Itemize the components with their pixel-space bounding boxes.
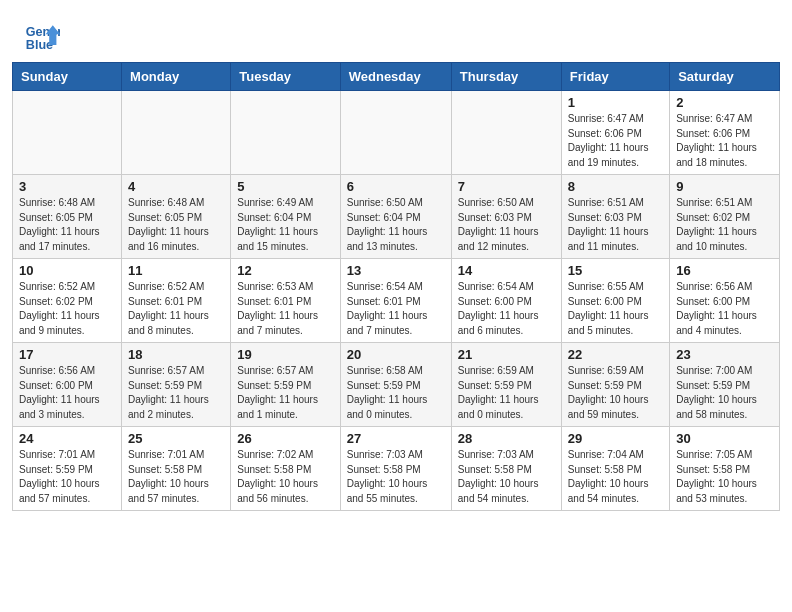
calendar-cell: 25Sunrise: 7:01 AM Sunset: 5:58 PM Dayli… xyxy=(122,427,231,511)
calendar-week-5: 24Sunrise: 7:01 AM Sunset: 5:59 PM Dayli… xyxy=(13,427,780,511)
day-info: Sunrise: 6:55 AM Sunset: 6:00 PM Dayligh… xyxy=(568,280,663,338)
calendar-table: SundayMondayTuesdayWednesdayThursdayFrid… xyxy=(12,62,780,511)
calendar-cell: 22Sunrise: 6:59 AM Sunset: 5:59 PM Dayli… xyxy=(561,343,669,427)
day-number: 22 xyxy=(568,347,663,362)
day-info: Sunrise: 6:56 AM Sunset: 6:00 PM Dayligh… xyxy=(19,364,115,422)
day-number: 16 xyxy=(676,263,773,278)
day-number: 21 xyxy=(458,347,555,362)
day-info: Sunrise: 6:50 AM Sunset: 6:04 PM Dayligh… xyxy=(347,196,445,254)
calendar-cell: 5Sunrise: 6:49 AM Sunset: 6:04 PM Daylig… xyxy=(231,175,340,259)
day-number: 10 xyxy=(19,263,115,278)
svg-text:Blue: Blue xyxy=(26,38,53,52)
day-number: 12 xyxy=(237,263,333,278)
day-number: 24 xyxy=(19,431,115,446)
calendar-week-2: 3Sunrise: 6:48 AM Sunset: 6:05 PM Daylig… xyxy=(13,175,780,259)
day-info: Sunrise: 7:03 AM Sunset: 5:58 PM Dayligh… xyxy=(458,448,555,506)
day-number: 4 xyxy=(128,179,224,194)
day-number: 9 xyxy=(676,179,773,194)
calendar-header-row: SundayMondayTuesdayWednesdayThursdayFrid… xyxy=(13,63,780,91)
day-info: Sunrise: 6:48 AM Sunset: 6:05 PM Dayligh… xyxy=(19,196,115,254)
calendar-cell xyxy=(122,91,231,175)
day-number: 5 xyxy=(237,179,333,194)
header: General Blue xyxy=(0,0,792,62)
day-info: Sunrise: 6:47 AM Sunset: 6:06 PM Dayligh… xyxy=(568,112,663,170)
calendar-cell: 11Sunrise: 6:52 AM Sunset: 6:01 PM Dayli… xyxy=(122,259,231,343)
calendar-cell: 10Sunrise: 6:52 AM Sunset: 6:02 PM Dayli… xyxy=(13,259,122,343)
calendar-cell: 16Sunrise: 6:56 AM Sunset: 6:00 PM Dayli… xyxy=(670,259,780,343)
calendar-cell: 30Sunrise: 7:05 AM Sunset: 5:58 PM Dayli… xyxy=(670,427,780,511)
day-info: Sunrise: 6:50 AM Sunset: 6:03 PM Dayligh… xyxy=(458,196,555,254)
calendar-cell: 19Sunrise: 6:57 AM Sunset: 5:59 PM Dayli… xyxy=(231,343,340,427)
day-number: 17 xyxy=(19,347,115,362)
logo-icon: General Blue xyxy=(24,18,60,54)
day-number: 14 xyxy=(458,263,555,278)
calendar-cell: 2Sunrise: 6:47 AM Sunset: 6:06 PM Daylig… xyxy=(670,91,780,175)
day-number: 28 xyxy=(458,431,555,446)
calendar-cell: 28Sunrise: 7:03 AM Sunset: 5:58 PM Dayli… xyxy=(451,427,561,511)
calendar-cell xyxy=(340,91,451,175)
day-number: 13 xyxy=(347,263,445,278)
calendar-cell: 29Sunrise: 7:04 AM Sunset: 5:58 PM Dayli… xyxy=(561,427,669,511)
calendar-cell: 18Sunrise: 6:57 AM Sunset: 5:59 PM Dayli… xyxy=(122,343,231,427)
calendar-week-3: 10Sunrise: 6:52 AM Sunset: 6:02 PM Dayli… xyxy=(13,259,780,343)
day-info: Sunrise: 6:48 AM Sunset: 6:05 PM Dayligh… xyxy=(128,196,224,254)
calendar-cell: 4Sunrise: 6:48 AM Sunset: 6:05 PM Daylig… xyxy=(122,175,231,259)
day-info: Sunrise: 6:57 AM Sunset: 5:59 PM Dayligh… xyxy=(237,364,333,422)
day-info: Sunrise: 7:02 AM Sunset: 5:58 PM Dayligh… xyxy=(237,448,333,506)
day-number: 29 xyxy=(568,431,663,446)
day-number: 30 xyxy=(676,431,773,446)
calendar-cell: 13Sunrise: 6:54 AM Sunset: 6:01 PM Dayli… xyxy=(340,259,451,343)
day-info: Sunrise: 6:54 AM Sunset: 6:01 PM Dayligh… xyxy=(347,280,445,338)
weekday-header-monday: Monday xyxy=(122,63,231,91)
day-number: 26 xyxy=(237,431,333,446)
day-info: Sunrise: 7:01 AM Sunset: 5:59 PM Dayligh… xyxy=(19,448,115,506)
calendar-cell: 20Sunrise: 6:58 AM Sunset: 5:59 PM Dayli… xyxy=(340,343,451,427)
day-info: Sunrise: 6:54 AM Sunset: 6:00 PM Dayligh… xyxy=(458,280,555,338)
day-info: Sunrise: 6:51 AM Sunset: 6:03 PM Dayligh… xyxy=(568,196,663,254)
day-info: Sunrise: 6:57 AM Sunset: 5:59 PM Dayligh… xyxy=(128,364,224,422)
day-info: Sunrise: 7:04 AM Sunset: 5:58 PM Dayligh… xyxy=(568,448,663,506)
day-number: 11 xyxy=(128,263,224,278)
day-info: Sunrise: 6:53 AM Sunset: 6:01 PM Dayligh… xyxy=(237,280,333,338)
day-info: Sunrise: 6:49 AM Sunset: 6:04 PM Dayligh… xyxy=(237,196,333,254)
day-info: Sunrise: 6:58 AM Sunset: 5:59 PM Dayligh… xyxy=(347,364,445,422)
day-number: 3 xyxy=(19,179,115,194)
day-number: 1 xyxy=(568,95,663,110)
calendar-wrapper: SundayMondayTuesdayWednesdayThursdayFrid… xyxy=(0,62,792,523)
logo: General Blue xyxy=(24,18,66,54)
day-info: Sunrise: 6:59 AM Sunset: 5:59 PM Dayligh… xyxy=(458,364,555,422)
day-number: 2 xyxy=(676,95,773,110)
day-info: Sunrise: 6:59 AM Sunset: 5:59 PM Dayligh… xyxy=(568,364,663,422)
calendar-cell xyxy=(13,91,122,175)
weekday-header-wednesday: Wednesday xyxy=(340,63,451,91)
calendar-cell: 1Sunrise: 6:47 AM Sunset: 6:06 PM Daylig… xyxy=(561,91,669,175)
calendar-cell xyxy=(451,91,561,175)
calendar-cell: 21Sunrise: 6:59 AM Sunset: 5:59 PM Dayli… xyxy=(451,343,561,427)
day-number: 25 xyxy=(128,431,224,446)
day-info: Sunrise: 6:56 AM Sunset: 6:00 PM Dayligh… xyxy=(676,280,773,338)
calendar-cell: 14Sunrise: 6:54 AM Sunset: 6:00 PM Dayli… xyxy=(451,259,561,343)
day-info: Sunrise: 7:00 AM Sunset: 5:59 PM Dayligh… xyxy=(676,364,773,422)
weekday-header-tuesday: Tuesday xyxy=(231,63,340,91)
weekday-header-sunday: Sunday xyxy=(13,63,122,91)
day-number: 27 xyxy=(347,431,445,446)
calendar-cell: 3Sunrise: 6:48 AM Sunset: 6:05 PM Daylig… xyxy=(13,175,122,259)
day-number: 6 xyxy=(347,179,445,194)
calendar-cell: 9Sunrise: 6:51 AM Sunset: 6:02 PM Daylig… xyxy=(670,175,780,259)
day-info: Sunrise: 7:05 AM Sunset: 5:58 PM Dayligh… xyxy=(676,448,773,506)
day-info: Sunrise: 6:52 AM Sunset: 6:02 PM Dayligh… xyxy=(19,280,115,338)
day-info: Sunrise: 6:51 AM Sunset: 6:02 PM Dayligh… xyxy=(676,196,773,254)
calendar-week-1: 1Sunrise: 6:47 AM Sunset: 6:06 PM Daylig… xyxy=(13,91,780,175)
calendar-cell: 23Sunrise: 7:00 AM Sunset: 5:59 PM Dayli… xyxy=(670,343,780,427)
day-number: 15 xyxy=(568,263,663,278)
weekday-header-friday: Friday xyxy=(561,63,669,91)
weekday-header-saturday: Saturday xyxy=(670,63,780,91)
calendar-cell: 12Sunrise: 6:53 AM Sunset: 6:01 PM Dayli… xyxy=(231,259,340,343)
calendar-cell: 17Sunrise: 6:56 AM Sunset: 6:00 PM Dayli… xyxy=(13,343,122,427)
weekday-header-thursday: Thursday xyxy=(451,63,561,91)
day-number: 7 xyxy=(458,179,555,194)
day-info: Sunrise: 7:01 AM Sunset: 5:58 PM Dayligh… xyxy=(128,448,224,506)
day-number: 19 xyxy=(237,347,333,362)
day-info: Sunrise: 6:52 AM Sunset: 6:01 PM Dayligh… xyxy=(128,280,224,338)
calendar-cell: 26Sunrise: 7:02 AM Sunset: 5:58 PM Dayli… xyxy=(231,427,340,511)
